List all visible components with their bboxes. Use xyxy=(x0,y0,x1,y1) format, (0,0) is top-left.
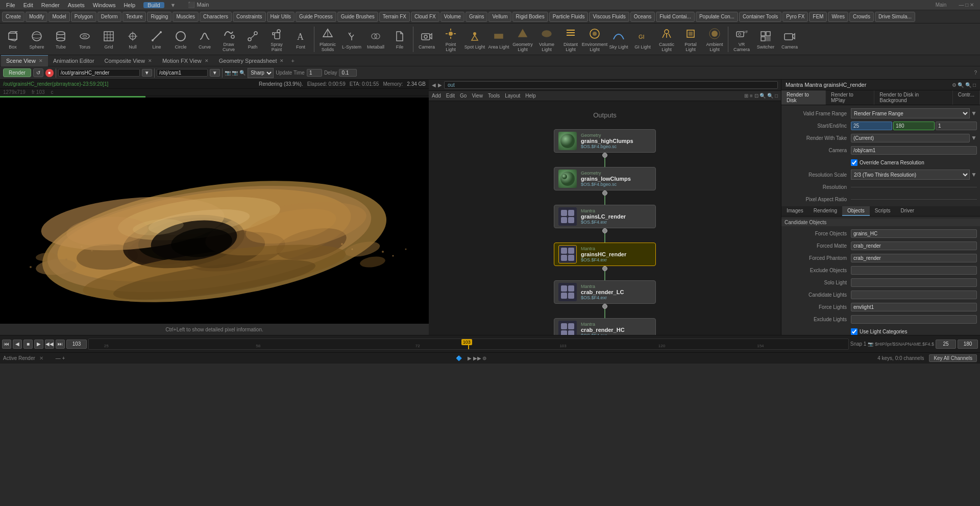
tool-sphere[interactable]: Sphere xyxy=(25,25,48,54)
play-btn[interactable]: ▶ xyxy=(34,340,43,349)
tool-line[interactable]: Line xyxy=(145,25,168,54)
end-frame-timeline-input[interactable]: 180 xyxy=(958,340,978,349)
tool-file[interactable]: File xyxy=(388,25,411,54)
help-icon[interactable]: ? xyxy=(974,70,977,76)
tool-portal-light[interactable]: Portal Light xyxy=(679,25,702,54)
tb-particle-fluids[interactable]: Particle Fluids xyxy=(549,12,589,22)
tool-torus[interactable]: Torus xyxy=(73,25,96,54)
tool-gi-light[interactable]: GI GI Light xyxy=(631,25,654,54)
tb-drive-simula[interactable]: Drive Simula... xyxy=(875,12,915,22)
tool-switcher[interactable]: Switcher xyxy=(754,25,777,54)
nav-arrow-right[interactable]: ▶ xyxy=(438,82,442,88)
tool-lsystem[interactable]: L-System xyxy=(340,25,363,54)
refresh-button[interactable]: ↺ xyxy=(33,68,43,77)
tb-polygon[interactable]: Polygon xyxy=(71,12,96,22)
tool-area-light[interactable]: Area Light xyxy=(487,25,510,54)
inner-tab-images[interactable]: Images xyxy=(781,206,808,216)
snap-select[interactable]: Sharp xyxy=(248,68,274,78)
tb-model[interactable]: Model xyxy=(48,12,69,22)
tool-vr-camera[interactable]: VR VR Camera xyxy=(730,25,753,54)
tb-grains[interactable]: Grains xyxy=(465,12,487,22)
status-close-x[interactable]: ✕ xyxy=(39,355,43,361)
render-with-take-input[interactable]: (Current) xyxy=(851,134,970,142)
tb-rigging[interactable]: Rigging xyxy=(147,12,172,22)
tab-animation-editor[interactable]: Animation Editor xyxy=(48,55,100,66)
forced-phantom-input[interactable]: crab_render xyxy=(851,254,977,262)
tool-path[interactable]: Path xyxy=(241,25,264,54)
tool-spot-light[interactable]: Spot Light xyxy=(463,25,486,54)
tb-vellum[interactable]: Vellum xyxy=(488,12,511,22)
tool-ambient-light[interactable]: Ambient Light xyxy=(703,25,726,54)
tool-camera2[interactable]: Camera xyxy=(778,25,801,54)
tb-hair-utils[interactable]: Hair Utils xyxy=(267,12,295,22)
tab-render-to-mplay[interactable]: Render to MPlay xyxy=(826,90,874,105)
node-card-grains-high[interactable]: Geometry grains_highClumps $OS.$F4.bgeo.… xyxy=(554,129,656,153)
tool-box[interactable]: Box xyxy=(1,25,24,54)
inner-tab-objects[interactable]: Objects xyxy=(842,206,870,216)
tb-volume[interactable]: Volume xyxy=(440,12,464,22)
node-layout-btn[interactable]: Layout xyxy=(505,93,520,99)
play-reverse-btn[interactable]: ◀◀ xyxy=(45,340,54,349)
menu-assets[interactable]: Assets xyxy=(64,2,89,8)
timeline-track[interactable]: 25 58 72 103 120 154 103 xyxy=(88,339,849,350)
tool-point-light[interactable]: Point Light xyxy=(439,25,462,54)
tb-cloud-fx[interactable]: Cloud FX xyxy=(411,12,439,22)
start-frame-input[interactable]: 25 xyxy=(851,122,892,130)
close-motion-fx[interactable]: ✕ xyxy=(205,58,209,63)
use-light-cat-checkbox[interactable] xyxy=(851,328,857,335)
force-objects-input[interactable]: grains_HC xyxy=(851,229,977,238)
tool-null[interactable]: Null xyxy=(121,25,144,54)
valid-frame-range-select[interactable]: Render Frame Range xyxy=(851,108,970,118)
current-frame-input[interactable] xyxy=(66,340,87,349)
add-tab-btn[interactable]: + xyxy=(291,58,294,64)
tb-pyro-fx[interactable]: Pyro FX xyxy=(782,12,808,22)
stop-playback-btn[interactable]: ■ xyxy=(23,340,33,349)
tab-render-to-disk[interactable]: Render to Disk xyxy=(781,90,826,105)
tool-spray-paint[interactable]: Spray Paint xyxy=(265,25,288,54)
tab-composite-view[interactable]: Composite View ✕ xyxy=(100,55,157,66)
tb-wires[interactable]: Wires xyxy=(828,12,848,22)
menu-edit[interactable]: Edit xyxy=(19,2,37,8)
output-path-input[interactable] xyxy=(58,69,140,77)
menu-help[interactable]: Help xyxy=(119,2,139,8)
end-frame-input[interactable]: 180 xyxy=(893,122,935,130)
close-geometry-spreadsheet[interactable]: ✕ xyxy=(280,58,284,63)
tb-populate-con[interactable]: Populate Con... xyxy=(696,12,738,22)
tool-curve[interactable]: Curve xyxy=(193,25,216,54)
tb-fluid-cont[interactable]: Fluid Contai... xyxy=(656,12,695,22)
menu-render[interactable]: Render xyxy=(37,2,64,8)
node-help-btn[interactable]: Help xyxy=(525,93,536,99)
tool-volume-light[interactable]: Volume Light xyxy=(535,25,558,54)
step-back-btn[interactable]: ◀ xyxy=(13,340,22,349)
tool-sky-light[interactable]: Sky Light xyxy=(607,25,630,54)
tb-crowds[interactable]: Crowds xyxy=(849,12,874,22)
tool-circle[interactable]: Circle xyxy=(169,25,192,54)
exclude-lights-input[interactable] xyxy=(851,315,977,324)
close-scene-view[interactable]: ✕ xyxy=(39,58,43,63)
start-frame-timeline-input[interactable]: 25 xyxy=(936,340,956,349)
node-card-grains-lc[interactable]: Mantra grainsLC_render $OS.$F4.exr xyxy=(554,205,656,228)
camera-input[interactable]: /obj/cam1 xyxy=(851,146,977,155)
tb-modify[interactable]: Modify xyxy=(26,12,47,22)
tool-metaball[interactable]: Metaball xyxy=(364,25,387,54)
tool-env-light[interactable]: Environment Light xyxy=(583,25,606,54)
inc-input[interactable]: 1 xyxy=(936,122,977,130)
tool-platonic[interactable]: Platonic Solids xyxy=(316,25,339,54)
tool-grid[interactable]: Grid xyxy=(97,25,120,54)
take-arrow[interactable]: ▼ xyxy=(971,134,977,141)
skip-to-end-btn[interactable]: ⏭ xyxy=(56,340,65,349)
tb-guide-process[interactable]: Guide Process xyxy=(296,12,336,22)
tb-terrain-fx[interactable]: Terrain FX xyxy=(379,12,410,22)
node-view-btn[interactable]: View xyxy=(472,93,483,99)
node-tools-btn[interactable]: Tools xyxy=(488,93,500,99)
nav-path[interactable]: out xyxy=(444,81,778,89)
resolution-scale-select[interactable]: 2/3 (Two Thirds Resolution) xyxy=(851,170,970,180)
tool-tube[interactable]: Tube xyxy=(49,25,72,54)
tab-geometry-spreadsheet[interactable]: Geometry Spreadsheet ✕ xyxy=(214,55,289,66)
camera-path-input[interactable] xyxy=(157,69,208,77)
inner-tab-rendering[interactable]: Rendering xyxy=(808,206,842,216)
tb-fem[interactable]: FEM xyxy=(809,12,827,22)
output-path-btn[interactable]: ▼ xyxy=(142,69,152,77)
tb-container-tools[interactable]: Container Tools xyxy=(739,12,781,22)
tb-muscles[interactable]: Muscles xyxy=(173,12,199,22)
